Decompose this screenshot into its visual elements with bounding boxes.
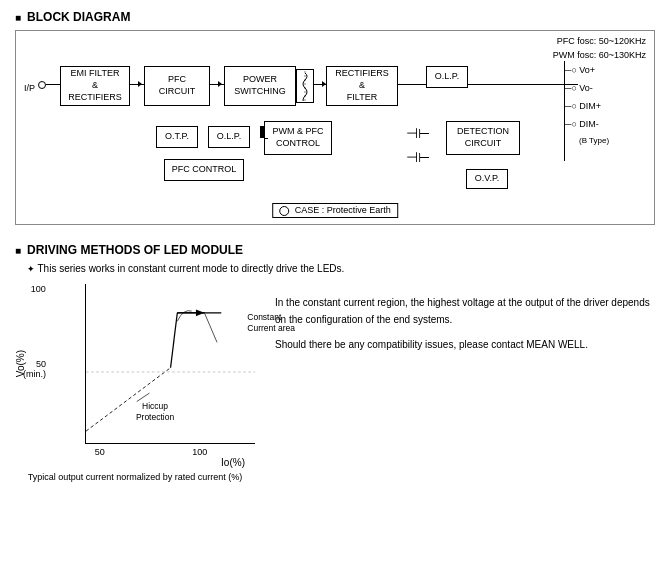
block-diagram-container: PFC fosc: 50~120KHz PWM fosc: 60~130KHz …	[15, 30, 655, 225]
case-label: CASE : Protective Earth	[272, 203, 398, 218]
diode-symbol-2: ⊣⊢	[406, 149, 430, 165]
chart-x-axis-label: Io(%)	[15, 457, 255, 468]
rect-filter-block: RECTIFIERS&FILTER	[326, 66, 398, 106]
block-diagram-section: BLOCK DIAGRAM PFC fosc: 50~120KHz PWM fo…	[15, 10, 655, 225]
svg-line-7	[204, 313, 217, 343]
hiccup-label: HiccupProtection	[136, 401, 174, 423]
chart-y-ticks: 100 50(min.)	[27, 284, 49, 444]
pwm-pfc-control-block: PWM & PFCCONTROL	[264, 121, 332, 155]
constant-current-label: ConstantCurrent area	[247, 312, 295, 334]
pfc-control-block: PFC CONTROL	[164, 159, 244, 181]
transformer	[296, 69, 314, 103]
driving-methods-section: DRIVING METHODS OF LED MODULE This serie…	[15, 243, 655, 482]
line-pwm-l	[264, 138, 268, 139]
ovp-block: O.V.P.	[466, 169, 508, 189]
chart-x-ticks: 50 100	[51, 447, 251, 457]
driving-content: Vo(%) 100 50(min.)	[15, 284, 655, 482]
driving-note: This series works in constant current mo…	[15, 263, 655, 274]
emi-block: EMI FILTER&RECTIFIERS	[60, 66, 130, 106]
olp-lower-block: O.L.P.	[208, 126, 250, 148]
case-circle	[279, 206, 289, 216]
ip-circle	[38, 81, 46, 89]
freq-label: PFC fosc: 50~120KHz PWM fosc: 60~130KHz	[553, 35, 646, 62]
chart-y-axis-label: Vo(%)	[15, 350, 26, 377]
block-diagram-title: BLOCK DIAGRAM	[15, 10, 655, 24]
output-labels: ─○ Vo+ ─○ Vo- ─○ DIM+ ─○ DIM- (B Type)	[565, 61, 609, 149]
diode-symbol-1: ⊣⊢	[406, 125, 430, 141]
otp-block: O.T.P.	[156, 126, 198, 148]
input-label: I/P	[24, 83, 35, 93]
line-ip-emi	[46, 84, 60, 85]
arrow-pfc-ps	[218, 81, 222, 87]
olp-upper-block: O.L.P.	[426, 66, 468, 88]
detection-block: DETECTIONCIRCUIT	[446, 121, 520, 155]
chart-area: ConstantCurrent area HiccupProtection	[85, 284, 255, 444]
svg-line-2	[170, 313, 177, 368]
arrow-emi-pfc	[138, 81, 142, 87]
pfc-block: PFCCIRCUIT	[144, 66, 210, 106]
driving-text: In the constant current region, the high…	[275, 284, 655, 361]
driving-text-1: In the constant current region, the high…	[275, 294, 655, 328]
chart-container: Vo(%) 100 50(min.)	[15, 284, 255, 482]
line-rect-output	[398, 84, 578, 85]
power-switching-block: POWERSWITCHING	[224, 66, 296, 106]
driving-text-2: Should there be any compatibility issues…	[275, 336, 655, 353]
vline-otp-pwm	[260, 126, 264, 138]
driving-methods-title: DRIVING METHODS OF LED MODULE	[15, 243, 655, 257]
chart-caption: Typical output current normalized by rat…	[15, 472, 255, 482]
